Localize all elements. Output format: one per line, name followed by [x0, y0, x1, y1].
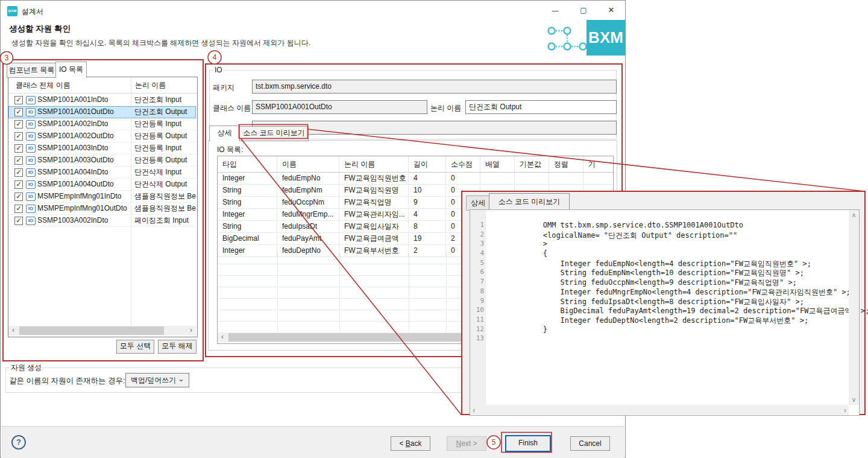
window-title: 설계서 — [22, 7, 43, 17]
app-icon: BXM — [7, 6, 17, 16]
scroll-down-icon[interactable]: ∨ — [849, 396, 859, 404]
code-line: 7 String feduOccpNm<length=9 description… — [470, 269, 849, 279]
cancel-button[interactable]: Cancel — [570, 436, 610, 451]
source-preview-overlay: 상세 소스 코드 미리보기 1OMM tst.bxm.smp.service.d… — [461, 191, 866, 415]
code-line: 6 String feduEmpNm<length=10 description… — [470, 259, 849, 269]
bxm-logo-graphic — [542, 19, 588, 55]
code-line: 5 Integer feduEmpNo<length=4 description… — [470, 250, 849, 260]
code-line: 10 BigDecimal feduPayAmt<length=19 decim… — [470, 297, 849, 307]
code-line: 4{ — [470, 241, 849, 250]
code-line: 2<logicalName= "단건조회 Output" description… — [470, 222, 849, 232]
screenshot-root: BXM 설계서 — ▢ ✕ 생성할 자원 확인 생성할 자원을 확인 하십시오.… — [0, 0, 868, 458]
finish-button-focus-ring: Finish — [505, 435, 551, 452]
page-description: 생성할 자원을 확인 하십시오. 목록의 체크박스를 해제하면 생성되는 자원에… — [11, 38, 310, 48]
selected-option: 백업/덮어쓰기 — [131, 376, 176, 384]
code-lines: 1OMM tst.bxm.smp.service.dto.SSMP1001A00… — [470, 212, 849, 336]
finish-button[interactable]: Finish — [506, 436, 550, 451]
code-line: 13 — [470, 326, 849, 336]
scroll-up-icon[interactable]: ∧ — [849, 211, 859, 219]
overwrite-condition-label: 같은 이름의 자원이 존재하는 경우: — [9, 376, 125, 386]
next-button: Next > — [447, 436, 486, 451]
button-bar: ? < Back Next > Finish Cancel — [1, 426, 624, 458]
minimize-button[interactable]: — — [541, 2, 569, 19]
scroll-right-icon[interactable]: › — [844, 406, 846, 415]
overlay-tab-detail[interactable]: 상세 — [466, 196, 490, 211]
bxm-logo: BXM — [587, 20, 625, 56]
code-line: 3> — [470, 231, 849, 241]
code-line: 12} — [470, 317, 849, 326]
title-bar[interactable]: BXM 설계서 — ▢ ✕ — [1, 1, 624, 19]
chevron-down-icon: ⌄ — [178, 372, 184, 386]
overwrite-mode-select[interactable]: 백업/덮어쓰기 ⌄ — [125, 373, 189, 387]
overlay-tab-source-preview[interactable]: 소스 코드 미리보기 — [489, 193, 570, 210]
line-number: 13 — [470, 334, 484, 342]
close-button[interactable]: ✕ — [597, 1, 625, 19]
maximize-button[interactable]: ▢ — [570, 2, 597, 19]
scroll-left-icon[interactable]: ‹ — [473, 406, 475, 415]
code-line: 8 Integer feduMngrEmpNo<length=4 descrip… — [470, 279, 849, 288]
page-title: 생성할 자원 확인 — [9, 24, 71, 34]
back-button[interactable]: < Back — [391, 436, 430, 451]
code-horizontal-scrollbar[interactable]: ‹ › — [470, 405, 849, 415]
source-code-editor[interactable]: 1OMM tst.bxm.smp.service.dto.SSMP1001A00… — [470, 209, 860, 416]
annotation-rect-step3 — [2, 59, 204, 361]
code-line: 1OMM tst.bxm.smp.service.dto.SSMP1001A00… — [470, 212, 849, 222]
code-line: 11 Integer feduDeptNo<length=2 descripti… — [470, 307, 849, 317]
resource-create-label: 자원 생성 — [9, 363, 43, 373]
help-icon[interactable]: ? — [11, 435, 26, 450]
code-line: 9 String feduIpsaDt<length=8 description… — [470, 288, 849, 298]
code-vertical-scrollbar[interactable]: ∧ ∨ — [849, 210, 859, 405]
